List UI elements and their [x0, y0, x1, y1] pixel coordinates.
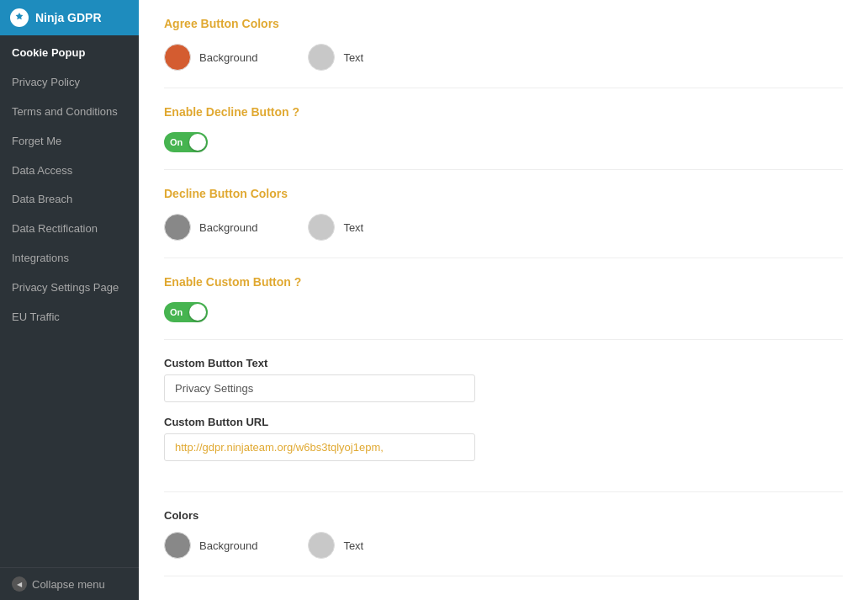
sidebar-item-privacy-policy[interactable]: Privacy Policy: [0, 68, 139, 98]
sidebar-item-integrations[interactable]: Integrations: [0, 244, 139, 273]
decline-background-color-item: Background: [164, 214, 257, 241]
sidebar-item-eu-traffic[interactable]: EU Traffic: [0, 303, 139, 332]
sidebar-item-cookie-popup[interactable]: Cookie Popup: [0, 39, 139, 68]
agree-button-colors-title: Agree Button Colors: [164, 17, 843, 30]
sidebar-nav: Cookie Popup Privacy Policy Terms and Co…: [0, 35, 139, 567]
decline-text-swatch[interactable]: [308, 214, 335, 241]
decline-background-swatch[interactable]: [164, 214, 191, 241]
app-header: Ninja GDPR: [0, 0, 139, 35]
custom-toggle-on-label: On: [170, 307, 183, 317]
custom-text-label: Text: [343, 539, 363, 552]
decline-color-row: Background Text: [164, 214, 843, 241]
sidebar-item-data-rectification[interactable]: Data Rectification: [0, 215, 139, 244]
enable-custom-title: Enable Custom Button ?: [164, 275, 843, 289]
toggle-knob: [189, 134, 206, 151]
sidebar-item-data-access[interactable]: Data Access: [0, 157, 139, 186]
custom-toggle-knob: [189, 304, 206, 321]
sidebar-item-forget-me[interactable]: Forget Me: [0, 127, 139, 157]
app-logo: [10, 8, 29, 27]
collapse-menu[interactable]: Collapse menu: [0, 567, 139, 600]
enable-decline-toggle[interactable]: On: [164, 132, 208, 152]
custom-button-text-label: Custom Button Text: [164, 357, 843, 369]
enable-decline-toggle-wrapper: On: [164, 132, 843, 152]
sidebar-item-privacy-settings-page[interactable]: Privacy Settings Page: [0, 273, 139, 303]
custom-text-color-item: Text: [308, 532, 363, 559]
custom-button-text-input[interactable]: [164, 374, 475, 402]
enable-custom-toggle-wrapper: On: [164, 302, 843, 322]
agree-text-swatch[interactable]: [308, 44, 335, 71]
custom-colors-section: Colors Background Text: [164, 509, 843, 576]
custom-text-swatch[interactable]: [308, 532, 335, 559]
agree-color-row: Background Text: [164, 44, 843, 71]
app-title: Ninja GDPR: [35, 11, 102, 24]
toggle-on-label: On: [170, 137, 183, 147]
sidebar-item-terms-conditions[interactable]: Terms and Conditions: [0, 98, 139, 127]
enable-decline-title: Enable Decline Button ?: [164, 105, 843, 119]
agree-background-color-item: Background: [164, 44, 257, 71]
custom-background-color-item: Background: [164, 532, 257, 559]
sidebar-item-data-breach[interactable]: Data Breach: [0, 185, 139, 215]
decline-button-colors-title: Decline Button Colors: [164, 187, 843, 200]
custom-button-url-group: Custom Button URL: [164, 416, 843, 461]
collapse-label: Collapse menu: [32, 578, 105, 591]
colors-label: Colors: [164, 509, 843, 522]
enable-custom-toggle[interactable]: On: [164, 302, 208, 322]
custom-colors-row: Background Text: [164, 532, 843, 559]
agree-text-label: Text: [343, 51, 363, 64]
sidebar: Ninja GDPR Cookie Popup Privacy Policy T…: [0, 0, 139, 600]
decline-text-color-item: Text: [308, 214, 363, 241]
agree-text-color-item: Text: [308, 44, 363, 71]
custom-button-url-input[interactable]: [164, 433, 475, 461]
enable-custom-section: Enable Custom Button ? On: [164, 275, 843, 340]
agree-background-label: Background: [199, 51, 257, 64]
enable-decline-section: Enable Decline Button ? On: [164, 105, 843, 170]
custom-button-text-group: Custom Button Text: [164, 357, 843, 402]
decline-text-label: Text: [343, 221, 363, 234]
custom-button-url-label: Custom Button URL: [164, 416, 843, 428]
decline-button-colors-section: Decline Button Colors Background Text: [164, 187, 843, 258]
custom-background-label: Background: [199, 539, 257, 552]
custom-background-swatch[interactable]: [164, 532, 191, 559]
collapse-icon: [12, 576, 27, 592]
agree-button-colors-section: Agree Button Colors Background Text: [164, 17, 843, 88]
agree-background-swatch[interactable]: [164, 44, 191, 71]
main-content: Agree Button Colors Background Text Enab…: [139, 0, 868, 600]
decline-background-label: Background: [199, 221, 257, 234]
custom-button-text-section: Custom Button Text Custom Button URL: [164, 357, 843, 492]
